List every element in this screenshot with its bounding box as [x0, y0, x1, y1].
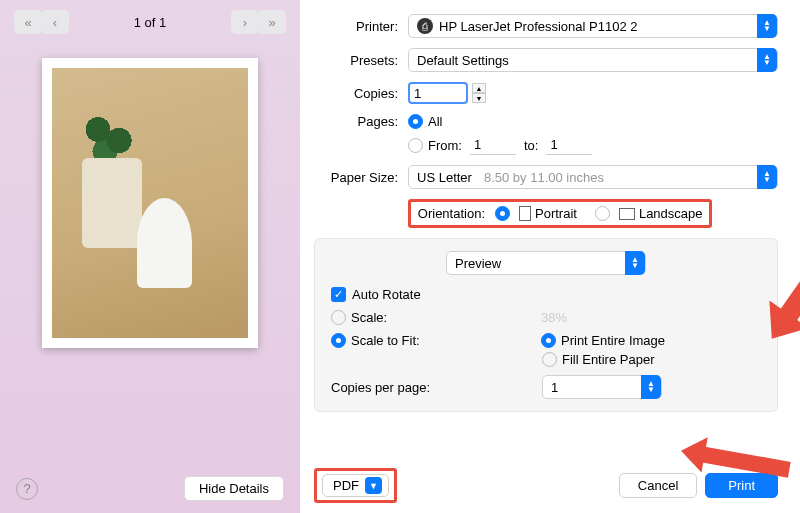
orientation-label: Orientation: — [417, 206, 495, 221]
copies-per-page-dropdown[interactable]: 1 ▲▼ — [542, 375, 662, 399]
orientation-landscape-radio[interactable] — [595, 206, 610, 221]
orientation-portrait-label: Portrait — [535, 206, 577, 221]
scale-to-fit-radio[interactable] — [331, 333, 346, 348]
scale-radio[interactable] — [331, 310, 346, 325]
app-options-panel: Preview ▲▼ ✓ Auto Rotate Scale: 38% Scal… — [314, 238, 778, 412]
paper-size-hint: 8.50 by 11.00 inches — [484, 170, 604, 185]
cancel-button[interactable]: Cancel — [619, 473, 697, 498]
app-module-dropdown[interactable]: Preview ▲▼ — [446, 251, 646, 275]
pdf-dropdown-button[interactable]: PDF ▼ — [322, 474, 389, 497]
print-button[interactable]: Print — [705, 473, 778, 498]
orientation-highlight: Orientation: Portrait Landscape — [408, 199, 712, 228]
page-last-button[interactable]: » — [258, 10, 286, 34]
presets-label: Presets: — [300, 53, 408, 68]
copies-stepper[interactable]: ▲▼ — [472, 83, 486, 103]
presets-dropdown[interactable]: Default Settings ▲▼ — [408, 48, 778, 72]
page-thumbnail — [42, 58, 258, 348]
paper-size-value: US Letter — [417, 170, 472, 185]
pages-to-label: to: — [524, 138, 538, 153]
copies-per-page-value: 1 — [551, 380, 558, 395]
printer-label: Printer: — [300, 19, 408, 34]
paper-size-label: Paper Size: — [300, 170, 408, 185]
page-counter: 1 of 1 — [134, 15, 167, 30]
presets-value: Default Settings — [417, 53, 509, 68]
app-module-value: Preview — [455, 256, 501, 271]
scale-label: Scale: — [351, 310, 541, 325]
copies-label: Copies: — [300, 86, 408, 101]
page-next-button[interactable]: › — [231, 10, 259, 34]
pages-from-label: From: — [428, 138, 462, 153]
auto-rotate-checkbox[interactable]: ✓ — [331, 287, 346, 302]
scale-value: 38% — [541, 310, 567, 325]
printer-icon: ⎙ — [417, 18, 433, 34]
orientation-landscape-label: Landscape — [639, 206, 703, 221]
landscape-icon — [619, 208, 635, 220]
fill-entire-radio[interactable] — [542, 352, 557, 367]
pdf-label: PDF — [333, 478, 359, 493]
auto-rotate-label: Auto Rotate — [352, 287, 421, 302]
copies-per-page-label: Copies per page: — [331, 380, 542, 395]
copies-input[interactable] — [408, 82, 468, 104]
portrait-icon — [519, 206, 531, 221]
help-button[interactable]: ? — [16, 478, 38, 500]
print-entire-radio[interactable] — [541, 333, 556, 348]
fill-entire-label: Fill Entire Paper — [562, 352, 654, 367]
paper-size-dropdown[interactable]: US Letter 8.50 by 11.00 inches ▲▼ — [408, 165, 778, 189]
chevron-updown-icon: ▲▼ — [757, 14, 777, 38]
preview-pane: « ‹ 1 of 1 › » ? Hide Details — [0, 0, 300, 513]
annotation-arrow — [777, 215, 800, 325]
printer-value: HP LaserJet Professional P1102 2 — [439, 19, 638, 34]
print-options-pane: Printer: ⎙ HP LaserJet Professional P110… — [300, 0, 800, 513]
chevron-updown-icon: ▲▼ — [641, 375, 661, 399]
pages-from-radio[interactable] — [408, 138, 423, 153]
chevron-updown-icon: ▲▼ — [757, 48, 777, 72]
pages-all-radio[interactable] — [408, 114, 423, 129]
pages-all-label: All — [428, 114, 442, 129]
printer-dropdown[interactable]: ⎙ HP LaserJet Professional P1102 2 ▲▼ — [408, 14, 778, 38]
chevron-updown-icon: ▲▼ — [757, 165, 777, 189]
page-prev-button[interactable]: ‹ — [41, 10, 69, 34]
hide-details-button[interactable]: Hide Details — [184, 476, 284, 501]
pages-to-input[interactable] — [546, 135, 592, 155]
page-first-button[interactable]: « — [14, 10, 42, 34]
pages-label: Pages: — [300, 114, 408, 129]
pages-from-input[interactable] — [470, 135, 516, 155]
print-entire-label: Print Entire Image — [561, 333, 665, 348]
chevron-updown-icon: ▲▼ — [625, 251, 645, 275]
pdf-highlight: PDF ▼ — [314, 468, 397, 503]
orientation-portrait-radio[interactable] — [495, 206, 510, 221]
scale-to-fit-label: Scale to Fit: — [351, 333, 541, 348]
chevron-down-icon: ▼ — [365, 477, 382, 494]
